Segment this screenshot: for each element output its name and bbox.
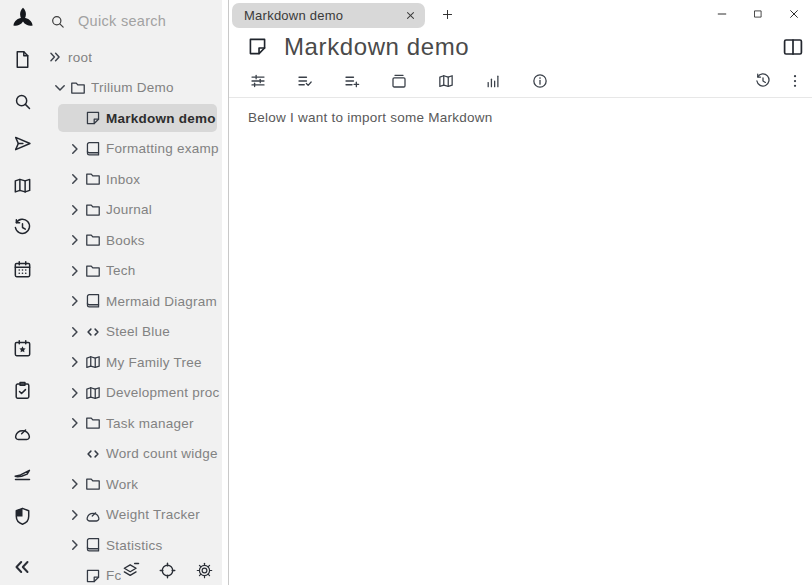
task-icon — [12, 380, 33, 401]
tab-close-button[interactable] — [401, 6, 419, 24]
ribbon-tab-similar-notes[interactable] — [484, 72, 502, 90]
search-icon — [12, 91, 33, 112]
search-notes-launcher-button[interactable] — [5, 80, 41, 122]
dots-vertical-icon — [786, 72, 804, 90]
sliders-icon — [249, 72, 267, 90]
new-tab-button[interactable] — [436, 3, 458, 25]
tree-item-label: Statistics — [106, 538, 163, 553]
note-content-editor[interactable]: Below I want to import some Markdown — [229, 98, 812, 585]
chevron-right-icon[interactable] — [66, 353, 84, 371]
crosshair-icon — [158, 561, 177, 580]
tab-markdown-demo[interactable]: Markdown demo — [232, 3, 425, 28]
tree-item-development-proc[interactable]: Development proc — [45, 378, 222, 409]
tree-settings-button[interactable] — [195, 561, 214, 580]
expander-spacer — [66, 109, 84, 127]
calendar-launcher-button[interactable] — [5, 248, 41, 290]
tree-item-steel-blue[interactable]: Steel Blue — [45, 317, 222, 348]
tree-item-my-family-tree[interactable]: My Family Tree — [45, 347, 222, 378]
ribbon-tab-note-map[interactable] — [437, 72, 455, 90]
create-split-button[interactable] — [781, 35, 805, 59]
ribbon-toolbar — [229, 65, 812, 98]
collapse-panel-button[interactable] — [4, 553, 40, 581]
map-icon — [437, 72, 455, 90]
quick-search-input[interactable] — [76, 12, 201, 30]
weight-tracker-launcher-button[interactable] — [5, 411, 41, 453]
tree-item-inbox[interactable]: Inbox — [45, 164, 222, 195]
maximize-window-button[interactable] — [746, 2, 770, 26]
tree-scrollbar[interactable] — [222, 0, 228, 585]
ribbon-tab-note-paths[interactable] — [390, 72, 408, 90]
chevron-right-icon[interactable] — [66, 536, 84, 554]
tree-item-formatting-examp[interactable]: Formatting examp — [45, 134, 222, 165]
chevron-right-icon[interactable] — [66, 384, 84, 402]
journal-launcher-button[interactable] — [5, 327, 41, 369]
calendar-icon — [12, 259, 33, 280]
new-note-launcher-button[interactable] — [5, 38, 41, 80]
note-map-launcher-button[interactable] — [5, 164, 41, 206]
tree-item-label: root — [68, 50, 92, 65]
tree-item-label: Inbox — [106, 172, 140, 187]
tree-item-word-count-widge[interactable]: Word count widge — [45, 439, 222, 470]
tree-item-books[interactable]: Books — [45, 225, 222, 256]
launcher-group-top — [5, 38, 41, 290]
note-revisions-button[interactable] — [754, 72, 772, 90]
chevron-right-icon[interactable] — [66, 292, 84, 310]
chevron-right-icon[interactable] — [66, 414, 84, 432]
chevron-right-icon[interactable] — [66, 170, 84, 188]
recent-changes-launcher-button[interactable] — [5, 206, 41, 248]
travel-launcher-button[interactable] — [5, 453, 41, 495]
protected-session-launcher-button[interactable] — [5, 495, 41, 537]
ribbon-tab-basic-properties[interactable] — [249, 72, 267, 90]
note-tree[interactable]: rootTrilium DemoMarkdown demoFormatting … — [45, 42, 222, 585]
map-icon — [12, 175, 33, 196]
close-window-button[interactable] — [782, 2, 806, 26]
map-icon — [84, 384, 102, 402]
tree-item-work[interactable]: Work — [45, 469, 222, 500]
chevron-right-icon[interactable] — [66, 262, 84, 280]
tree-item-tech[interactable]: Tech — [45, 256, 222, 287]
scroll-to-active-note-button[interactable] — [158, 561, 177, 580]
tree-item-label: Work — [106, 477, 138, 492]
more-actions-button[interactable] — [786, 72, 804, 90]
chevron-right-icon[interactable] — [66, 201, 84, 219]
tree-item-mermaid-diagram[interactable]: Mermaid Diagram — [45, 286, 222, 317]
tree-item-root[interactable]: root — [45, 42, 222, 73]
task-manager-launcher-button[interactable] — [5, 369, 41, 411]
chevrons-right-icon[interactable] — [46, 48, 64, 66]
chevron-down-icon[interactable] — [51, 79, 69, 97]
tree-item-task-manager[interactable]: Task manager — [45, 408, 222, 439]
launcher-bar — [0, 0, 45, 585]
chevron-right-icon[interactable] — [66, 323, 84, 341]
ribbon-tab-note-info[interactable] — [531, 72, 549, 90]
chevron-right-icon[interactable] — [66, 140, 84, 158]
ribbon-tab-inherited-attributes[interactable] — [343, 72, 361, 90]
history-icon — [754, 72, 772, 90]
tree-item-markdown-demo[interactable]: Markdown demo — [58, 104, 217, 132]
folder-icon — [69, 79, 87, 97]
folder-icon — [84, 475, 102, 493]
minimize-window-button[interactable] — [710, 2, 734, 26]
chevron-right-icon[interactable] — [66, 231, 84, 249]
tree-item-label: Task manager — [106, 416, 194, 431]
tree-item-label: Tech — [106, 263, 136, 278]
file-icon — [12, 49, 33, 70]
note-icon — [246, 35, 269, 58]
main-pane: Markdown demo Markdown demo Below I want… — [229, 0, 812, 585]
jump-to-note-launcher-button[interactable] — [5, 122, 41, 164]
chevron-right-icon[interactable] — [66, 506, 84, 524]
folder-icon — [84, 201, 102, 219]
chevron-right-icon[interactable] — [66, 475, 84, 493]
tree-item-weight-tracker[interactable]: Weight Tracker — [45, 500, 222, 531]
note-title-input[interactable]: Markdown demo — [284, 33, 469, 61]
tree-item-statistics[interactable]: Statistics — [45, 530, 222, 561]
folder-icon — [84, 414, 102, 432]
ribbon-tab-owned-attributes[interactable] — [296, 72, 314, 90]
collapse-subtree-button[interactable] — [121, 561, 140, 580]
folder-icon — [84, 170, 102, 188]
list-check-icon — [296, 72, 314, 90]
tree-item-label: Formatting examp — [106, 141, 219, 156]
note-paragraph: Below I want to import some Markdown — [248, 110, 792, 125]
tree-item-journal[interactable]: Journal — [45, 195, 222, 226]
tree-item-trilium-demo[interactable]: Trilium Demo — [45, 73, 222, 104]
shield-icon — [12, 506, 33, 527]
